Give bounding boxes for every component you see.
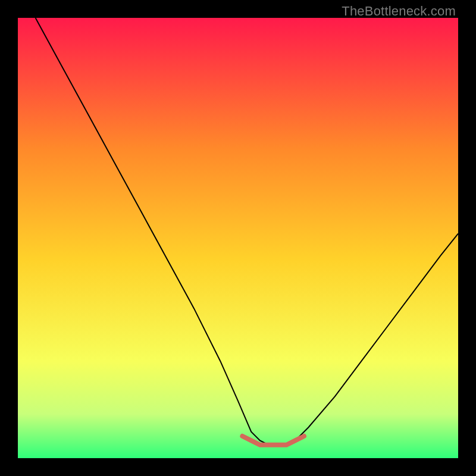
gradient-rect — [18, 18, 458, 458]
chart-frame — [18, 18, 458, 458]
gradient-background — [18, 18, 458, 458]
attribution-text: TheBottleneck.com — [342, 4, 456, 19]
